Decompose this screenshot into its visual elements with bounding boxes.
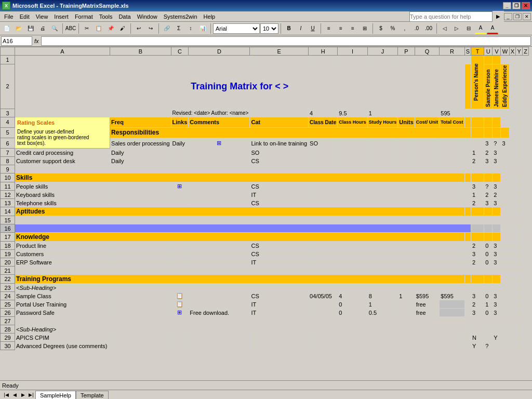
- cell-Z2[interactable]: [522, 64, 528, 109]
- cell-C24[interactable]: 📋: [171, 292, 189, 300]
- cell-U1[interactable]: [484, 56, 493, 64]
- cell-E24[interactable]: CS: [250, 292, 309, 300]
- font-color[interactable]: A: [487, 23, 498, 34]
- cell-H11[interactable]: [309, 182, 465, 191]
- cell-E25[interactable]: IT: [250, 300, 309, 309]
- cell-U12[interactable]: 2: [484, 191, 493, 199]
- cell-C19[interactable]: [171, 250, 189, 258]
- cell-V24[interactable]: 3: [493, 292, 501, 300]
- cell-U11[interactable]: ?: [484, 182, 493, 191]
- cell-A8[interactable]: Customer support desk: [15, 157, 110, 165]
- cell-D13[interactable]: [189, 199, 250, 207]
- cell-A7[interactable]: Credit card processing: [15, 149, 110, 157]
- cell-V18[interactable]: 3: [493, 242, 501, 250]
- cell-J6[interactable]: [398, 138, 415, 149]
- cell-V8[interactable]: 3: [493, 157, 501, 165]
- cell-X5[interactable]: [516, 127, 523, 138]
- cell-H29[interactable]: [309, 334, 465, 342]
- cell-V19[interactable]: 3: [493, 250, 501, 258]
- cell-B18[interactable]: [110, 242, 171, 250]
- align-right[interactable]: ≡: [347, 23, 358, 34]
- rating-scales-cell[interactable]: Rating Scales Define your user-definedra…: [15, 117, 110, 149]
- insert-hyperlink[interactable]: 🔗: [161, 23, 172, 34]
- cell-S1[interactable]: [464, 56, 471, 64]
- cell-T19[interactable]: 3: [471, 250, 484, 258]
- cell-S29[interactable]: [464, 334, 471, 342]
- cell-I26[interactable]: 0: [338, 309, 368, 317]
- cell-U26[interactable]: 0: [484, 309, 493, 317]
- cell-B8[interactable]: Daily: [110, 157, 171, 165]
- increase-indent[interactable]: ▷: [451, 23, 462, 34]
- cell-X6[interactable]: [516, 138, 523, 149]
- cell-H8[interactable]: [309, 157, 338, 165]
- cell-R7[interactable]: [440, 149, 464, 157]
- cell-R1[interactable]: [440, 56, 464, 64]
- cell-D18[interactable]: [189, 242, 250, 250]
- cell-X3[interactable]: [509, 109, 516, 117]
- win-min2[interactable]: _: [504, 13, 512, 20]
- cell-S11[interactable]: [464, 182, 471, 191]
- italic-button[interactable]: I: [295, 23, 307, 34]
- cell-C7[interactable]: [171, 149, 189, 157]
- tab-template[interactable]: Template: [76, 391, 109, 399]
- cell-I7[interactable]: [338, 149, 368, 157]
- cell-A23[interactable]: <Sub-Heading>: [15, 284, 471, 292]
- bold-button[interactable]: B: [283, 23, 295, 34]
- cell-V13[interactable]: 3: [493, 199, 501, 207]
- section-aptitudes[interactable]: Aptitudes: [15, 207, 465, 216]
- menu-tools[interactable]: Tools: [96, 12, 116, 21]
- menu-systems2win[interactable]: Systems2win: [161, 12, 201, 21]
- align-center[interactable]: ≡: [335, 23, 347, 34]
- copy-button[interactable]: 📋: [93, 23, 104, 34]
- cell-R8[interactable]: [440, 157, 464, 165]
- print-button[interactable]: 🖨: [37, 23, 48, 34]
- cell-W3[interactable]: [501, 109, 509, 117]
- tab-nav-first[interactable]: |◀: [2, 391, 10, 399]
- cell-A26[interactable]: Password Safe: [15, 309, 110, 317]
- cell-X2[interactable]: [509, 64, 516, 109]
- cell-P6[interactable]: [415, 138, 440, 149]
- cell-J26[interactable]: 0.5: [367, 309, 398, 317]
- cell-Y8[interactable]: [516, 157, 523, 165]
- cell-T30[interactable]: Y: [471, 342, 484, 350]
- sheet-tabs[interactable]: |◀ ◀ ▶ ▶| SampleHelp Template: [0, 390, 532, 399]
- cell-H12[interactable]: [309, 191, 465, 199]
- cell-E19[interactable]: CS: [250, 250, 309, 258]
- cell-X7[interactable]: [509, 149, 516, 157]
- cell-D6[interactable]: Link to on-line training: [250, 138, 309, 149]
- minimize-button[interactable]: _: [503, 2, 511, 9]
- cell-D29[interactable]: [189, 334, 250, 342]
- cell-B1[interactable]: [110, 56, 171, 64]
- cell-D24[interactable]: [189, 292, 250, 300]
- cell-S2[interactable]: [464, 64, 471, 109]
- cell-X8[interactable]: [509, 157, 516, 165]
- decrease-indent[interactable]: ◁: [439, 23, 450, 34]
- cell-S20[interactable]: [464, 258, 471, 267]
- cell-C12[interactable]: [171, 191, 189, 199]
- cell-S25[interactable]: [464, 300, 471, 309]
- cell-S24[interactable]: [464, 292, 471, 300]
- cell-H3[interactable]: 4: [309, 109, 338, 117]
- paste-button[interactable]: 📌: [105, 23, 116, 34]
- cell-Q8[interactable]: [415, 157, 440, 165]
- font-size-selector[interactable]: 10: [260, 23, 278, 34]
- spell-check[interactable]: ABC: [65, 23, 76, 34]
- sheet-content[interactable]: A B C D E H I J P Q R S T U V W X Y Z: [0, 47, 532, 380]
- row9-empty[interactable]: [15, 165, 529, 174]
- help-search[interactable]: [409, 11, 493, 22]
- align-left[interactable]: ≡: [323, 23, 335, 34]
- cell-I25[interactable]: 0: [338, 300, 368, 309]
- restore-button[interactable]: ❐: [512, 2, 521, 9]
- tab-nav-last[interactable]: ▶|: [27, 391, 35, 399]
- cell-V7[interactable]: 3: [493, 149, 501, 157]
- cell-T8[interactable]: 2: [471, 157, 484, 165]
- cell-I3[interactable]: 9.5: [338, 109, 368, 117]
- cell-H24[interactable]: 04/05/05: [309, 292, 338, 300]
- cell-C13[interactable]: [171, 199, 189, 207]
- comma-format[interactable]: ,: [399, 23, 410, 34]
- cell-Z8[interactable]: [522, 157, 528, 165]
- cell-T20[interactable]: 2: [471, 258, 484, 267]
- cell-A30[interactable]: Advanced Degrees (use comments): [15, 342, 110, 350]
- cell-T6[interactable]: 3: [484, 138, 493, 149]
- cell-V26[interactable]: 3: [493, 309, 501, 317]
